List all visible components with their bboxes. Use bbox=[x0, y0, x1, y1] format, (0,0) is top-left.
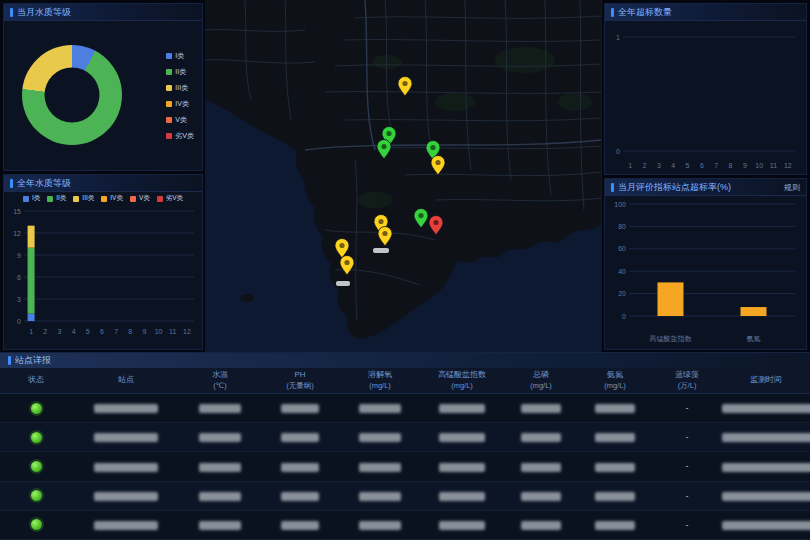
table-row[interactable]: - bbox=[0, 482, 810, 511]
legend-label: II类 bbox=[56, 194, 66, 203]
donut-chart bbox=[22, 45, 122, 145]
redacted-station-name bbox=[94, 492, 158, 501]
redacted-value bbox=[521, 463, 561, 472]
legend-item[interactable]: 劣V类 bbox=[157, 194, 183, 203]
panel-header: 当月水质等级 bbox=[4, 4, 202, 21]
redacted-station-name bbox=[94, 463, 158, 472]
legend-item[interactable]: IV类 bbox=[166, 99, 194, 109]
legend-item[interactable]: II类 bbox=[166, 67, 194, 77]
redacted-value bbox=[281, 463, 319, 472]
legend-item[interactable]: I类 bbox=[166, 51, 194, 61]
column-header: 站点 bbox=[72, 375, 180, 385]
panel-title: 当月评价指标站点超标率(%) bbox=[618, 181, 731, 194]
column-header: 溶解氧(mg/L) bbox=[340, 370, 420, 390]
table-row[interactable]: - bbox=[0, 511, 810, 540]
redacted-value bbox=[359, 521, 401, 530]
column-header: 状态 bbox=[0, 375, 72, 385]
table-body: ----- bbox=[0, 394, 810, 540]
table-title-bar: 站点详报 bbox=[0, 353, 810, 368]
column-header: 蓝绿藻(万/L) bbox=[652, 370, 722, 390]
redacted-value bbox=[281, 521, 319, 530]
svg-text:4: 4 bbox=[671, 162, 675, 169]
redacted-value bbox=[595, 433, 635, 442]
city-map bbox=[205, 0, 602, 352]
redacted-timestamp bbox=[722, 433, 810, 442]
column-header: 高锰酸盐指数(mg/L) bbox=[420, 370, 504, 390]
rate-bar-chart: 020406080100高锰酸盐指数氨氮 bbox=[605, 196, 804, 344]
svg-text:1: 1 bbox=[628, 162, 632, 169]
legend-label: V类 bbox=[175, 115, 187, 125]
svg-text:1: 1 bbox=[616, 34, 620, 41]
svg-text:10: 10 bbox=[755, 162, 763, 169]
redacted-station-name bbox=[94, 433, 158, 442]
panel-title: 全年水质等级 bbox=[17, 177, 71, 190]
table-row[interactable]: - bbox=[0, 452, 810, 481]
svg-text:4: 4 bbox=[72, 328, 76, 335]
algae-value: - bbox=[652, 403, 722, 413]
svg-text:0: 0 bbox=[17, 318, 21, 325]
redacted-value bbox=[439, 463, 485, 472]
map-container[interactable] bbox=[205, 0, 602, 352]
year-legend: I类II类III类IV类V类劣V类 bbox=[4, 192, 202, 205]
svg-text:高锰酸盐指数: 高锰酸盐指数 bbox=[650, 335, 693, 343]
svg-text:8: 8 bbox=[128, 328, 132, 335]
panel-header: 全年超标数量 bbox=[605, 4, 806, 21]
redacted-value bbox=[595, 521, 635, 530]
legend-swatch bbox=[166, 101, 172, 107]
svg-text:11: 11 bbox=[169, 328, 176, 335]
legend-item[interactable]: V类 bbox=[130, 194, 150, 203]
rule-link[interactable]: 规则 bbox=[784, 182, 800, 193]
station-report-panel: 站点详报 状态站点水温(℃)PH(无量纲)溶解氧(mg/L)高锰酸盐指数(mg/… bbox=[0, 352, 810, 540]
legend-swatch bbox=[47, 196, 53, 202]
svg-text:3: 3 bbox=[657, 162, 661, 169]
svg-text:40: 40 bbox=[618, 268, 626, 275]
svg-text:6: 6 bbox=[700, 162, 704, 169]
panel-title-icon bbox=[611, 8, 614, 17]
panel-title-icon bbox=[10, 8, 13, 17]
exceed-chart: 01123456789101112 bbox=[605, 21, 804, 171]
redacted-value bbox=[521, 521, 561, 530]
svg-text:8: 8 bbox=[729, 162, 733, 169]
algae-value: - bbox=[652, 491, 722, 501]
legend-label: IV类 bbox=[110, 194, 123, 203]
svg-text:100: 100 bbox=[614, 201, 626, 208]
svg-text:15: 15 bbox=[13, 208, 21, 215]
svg-text:9: 9 bbox=[142, 328, 146, 335]
column-header: 总磷(mg/L) bbox=[504, 370, 578, 390]
table-title: 站点详报 bbox=[15, 354, 51, 367]
legend-item[interactable]: IV类 bbox=[101, 194, 123, 203]
legend-item[interactable]: III类 bbox=[73, 194, 94, 203]
redacted-value bbox=[595, 463, 635, 472]
year-bar-chart: 03691215123456789101112 bbox=[4, 205, 200, 337]
redacted-value bbox=[521, 492, 561, 501]
panel-title-icon bbox=[8, 356, 11, 365]
legend-item[interactable]: V类 bbox=[166, 115, 194, 125]
redacted-value bbox=[199, 433, 241, 442]
panel-monthly-exceed-rate: 当月评价指标站点超标率(%) 规则 020406080100高锰酸盐指数氨氮 bbox=[604, 178, 807, 350]
legend-item[interactable]: III类 bbox=[166, 83, 194, 93]
svg-text:5: 5 bbox=[686, 162, 690, 169]
table-row[interactable]: - bbox=[0, 423, 810, 452]
redacted-timestamp bbox=[722, 404, 810, 413]
redacted-value bbox=[199, 463, 241, 472]
legend-label: V类 bbox=[139, 194, 150, 203]
panel-year-exceed-count: 全年超标数量 01123456789101112 bbox=[604, 3, 807, 175]
table-header-row: 状态站点水温(℃)PH(无量纲)溶解氧(mg/L)高锰酸盐指数(mg/L)总磷(… bbox=[0, 368, 810, 394]
panel-year-water-grade: 全年水质等级 I类II类III类IV类V类劣V类 036912151234567… bbox=[3, 174, 203, 350]
svg-text:7: 7 bbox=[714, 162, 718, 169]
legend-swatch bbox=[166, 69, 172, 75]
svg-text:60: 60 bbox=[618, 245, 626, 252]
legend-swatch bbox=[23, 196, 29, 202]
legend-item[interactable]: 劣V类 bbox=[166, 131, 194, 141]
redacted-value bbox=[439, 521, 485, 530]
svg-text:6: 6 bbox=[100, 328, 104, 335]
svg-text:12: 12 bbox=[183, 328, 191, 335]
water-quality-dashboard: 当月水质等级 I类II类III类IV类V类劣V类 全年水质等级 I类II类III… bbox=[0, 0, 810, 540]
legend-item[interactable]: I类 bbox=[23, 194, 40, 203]
legend-label: 劣V类 bbox=[166, 194, 183, 203]
legend-item[interactable]: II类 bbox=[47, 194, 66, 203]
legend-label: I类 bbox=[32, 194, 40, 203]
table-row[interactable]: - bbox=[0, 394, 810, 423]
svg-text:3: 3 bbox=[17, 296, 21, 303]
status-indicator bbox=[31, 432, 42, 443]
